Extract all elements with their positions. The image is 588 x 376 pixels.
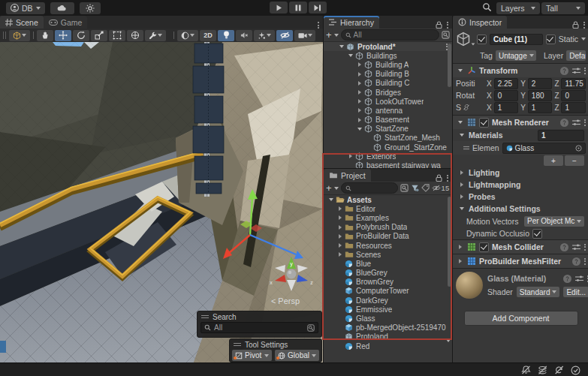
presets-icon[interactable] [572, 68, 580, 74]
tool-context-dropdown[interactable] [9, 30, 30, 41]
scale-tool-button[interactable] [91, 30, 107, 41]
foldout-lighting[interactable]: Lighting [453, 167, 588, 179]
transform-component-header[interactable]: Transform [453, 63, 588, 77]
foldout-open-icon[interactable] [348, 54, 353, 57]
mesh-renderer-component-header[interactable]: Mesh Renderer [453, 115, 588, 129]
transform-s-z-field[interactable]: 1 [561, 102, 586, 113]
hierarchy-menu-kebab-icon[interactable] [447, 22, 448, 29]
step-button[interactable] [309, 2, 327, 14]
hierarchy-item-protoland[interactable]: Protoland* [324, 42, 452, 51]
effects-dropdown[interactable] [254, 30, 275, 41]
foldout-closed-icon[interactable] [339, 234, 342, 239]
tag-dropdown[interactable]: Untagge [496, 50, 536, 61]
project-item-protoland[interactable]: Protoland [324, 332, 452, 341]
static-checkbox[interactable] [546, 35, 556, 44]
help-icon[interactable] [560, 119, 568, 127]
persp-label[interactable]: < Persp [271, 296, 300, 305]
rotate-tool-button[interactable] [73, 30, 89, 41]
presets-icon[interactable] [575, 275, 583, 282]
materials-foldout[interactable]: Materials 1 [453, 129, 588, 141]
component-kebab-icon[interactable] [584, 119, 586, 126]
hierarchy-item-ground-startzone[interactable]: Ground_StartZone [324, 143, 452, 152]
move-tool-button[interactable] [55, 30, 71, 41]
lock-icon[interactable] [572, 21, 579, 29]
2d-toggle-button[interactable]: 2D [200, 30, 216, 41]
tab-game[interactable]: Game [44, 16, 88, 29]
project-scrollbar[interactable] [448, 197, 451, 287]
foldout-closed-icon[interactable] [358, 99, 361, 104]
project-item-darkgrey[interactable]: DarkGrey [324, 296, 452, 305]
camera-dropdown[interactable] [294, 30, 315, 41]
material-preview-sphere[interactable] [456, 272, 483, 299]
object-picker-icon[interactable] [575, 145, 582, 152]
pause-button[interactable] [289, 2, 307, 14]
mesh-collider-component-header[interactable]: Mesh Collider [453, 239, 588, 254]
foldout-closed-icon[interactable] [358, 108, 361, 113]
help-icon[interactable] [560, 67, 568, 75]
project-item-computertower[interactable]: ComputerTower [324, 287, 452, 296]
transform-s-y-field[interactable]: 1 [528, 102, 553, 113]
transform-rotat-x-field[interactable]: 0 [494, 90, 519, 101]
filter-by-label-icon[interactable] [421, 184, 430, 192]
help-icon[interactable] [560, 243, 568, 251]
component-kebab-icon[interactable] [584, 258, 586, 265]
overlay-drag-handle[interactable] [234, 343, 241, 346]
foldout-closed-icon[interactable] [339, 206, 342, 211]
tab-scene[interactable]: Scene [0, 16, 44, 29]
foldout-closed-icon[interactable] [358, 72, 361, 77]
project-item-polybrush-data[interactable]: Polybrush Data [324, 223, 452, 232]
filter-by-type-icon[interactable] [411, 184, 419, 192]
cloud-sync-disabled-icon[interactable] [554, 365, 564, 374]
project-menu-kebab-icon[interactable] [447, 175, 448, 182]
picker-icon[interactable] [442, 31, 450, 39]
project-item-browngrey[interactable]: BrownGrey [324, 278, 452, 287]
project-search-input[interactable] [341, 182, 398, 194]
hierarchy-item-startzone[interactable]: StartZone [324, 125, 452, 134]
project-item-bluegrey[interactable]: BlueGrey [324, 269, 452, 278]
project-item-scenes[interactable]: Scenes [324, 250, 452, 259]
tab-inspector[interactable]: Inspector [453, 16, 507, 29]
cloud-button[interactable] [50, 2, 74, 14]
hierarchy-item-antenna[interactable]: antenna [324, 106, 452, 115]
custom-tools-dropdown[interactable] [145, 30, 166, 41]
transform-positi-x-field[interactable]: 2.25 [494, 78, 519, 89]
transform-positi-y-field[interactable]: 2 [528, 78, 553, 89]
foldout-closed-icon[interactable] [339, 243, 342, 248]
hierarchy-item-buildings[interactable]: Buildings [324, 51, 452, 60]
project-item-editor[interactable]: Editor [324, 204, 452, 213]
project-item-glass[interactable]: Glass [324, 314, 452, 323]
transform-rotat-y-field[interactable]: 180 [528, 90, 553, 101]
collab-disabled-icon[interactable] [538, 365, 547, 374]
hierarchy-search-input[interactable]: All [341, 29, 439, 41]
handle-orientation-dropdown[interactable]: Global [275, 350, 319, 361]
help-icon[interactable] [563, 275, 571, 283]
hierarchy-item-basement[interactable]: Basement [324, 116, 452, 125]
project-item-emmissive[interactable]: Emmissive [324, 305, 452, 314]
component-enabled-checkbox[interactable] [479, 118, 489, 128]
foldout-closed-icon[interactable] [339, 225, 342, 230]
project-item-assets[interactable]: Assets [324, 195, 452, 204]
add-component-button[interactable]: Add Component [464, 311, 578, 326]
transform-rotat-z-field[interactable]: 0 [561, 90, 586, 101]
presets-icon[interactable] [572, 119, 580, 126]
gameobject-name-field[interactable]: Cube (11) [490, 34, 543, 45]
hierarchy-item-exteriors[interactable]: Exteriors [324, 152, 452, 161]
layout-dropdown[interactable]: Tall [541, 2, 585, 14]
project-item-red[interactable]: Red [324, 341, 452, 350]
foldout-open-icon[interactable] [329, 198, 333, 201]
hierarchy-item-building-a[interactable]: Building A [324, 60, 452, 69]
project-item-probuilder-data[interactable]: ProBuilder Data [324, 232, 452, 241]
chevron-down-icon[interactable] [334, 187, 339, 190]
project-item-resources[interactable]: Resources [324, 241, 452, 250]
preferences-button[interactable] [80, 2, 101, 14]
hierarchy-create-button[interactable]: + [326, 30, 332, 40]
scene-lighting-toggle[interactable] [218, 30, 234, 41]
gameobject-icon-dropdown[interactable] [456, 32, 474, 47]
search-button[interactable] [482, 2, 492, 12]
component-kebab-icon[interactable] [584, 68, 586, 74]
foldout-additional-settings[interactable]: Additional Settings [453, 203, 588, 215]
inspector-menu-kebab-icon[interactable] [583, 22, 585, 29]
shader-edit-button[interactable]: Edit... [563, 287, 588, 297]
project-item-blue[interactable]: Blue [324, 259, 452, 268]
scene-menu-kebab-icon[interactable] [318, 22, 319, 29]
